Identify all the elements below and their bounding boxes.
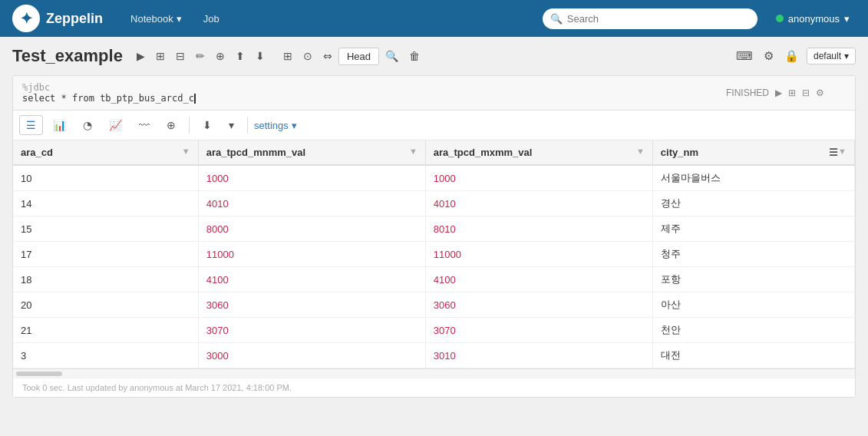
user-menu[interactable]: anonymous ▾ (770, 10, 856, 28)
table-cell-ara_cd: 14 (13, 191, 198, 216)
table-row: 330003010대전 (13, 343, 855, 368)
cell-run-icon[interactable]: ▶ (775, 88, 782, 98)
notebook-cell: %jdbc select * from tb_ptp_bus_arcd_c FI… (12, 75, 856, 398)
col-city_nm[interactable]: city_nm ▼ ☰ (652, 140, 854, 165)
sort-icon: ▼ (409, 147, 417, 156)
table-cell-city_nm: 포항 (652, 267, 854, 292)
table-cell-ara_cd: 17 (13, 242, 198, 267)
cell-gear-icon[interactable]: ⚙ (816, 88, 824, 98)
table-cell-ara_cd: 21 (13, 318, 198, 343)
table-cell-ara_tpcd_mxmm_val: 4010 (425, 191, 652, 216)
delete-button[interactable]: 🗑 (404, 47, 424, 65)
user-chevron-icon: ▾ (844, 13, 850, 25)
head-button[interactable]: Head (338, 48, 379, 65)
download-options-button[interactable]: ▾ (222, 115, 241, 135)
col-menu-icon[interactable]: ☰ (829, 147, 838, 158)
import-button[interactable]: ⬆ (231, 47, 249, 65)
link-button[interactable]: ⊙ (299, 47, 317, 65)
cell-cols-icon[interactable]: ⊟ (802, 88, 810, 98)
table-cell-ara_tpcd_mxmm_val: 3070 (425, 318, 652, 343)
badge-chevron-icon: ▾ (844, 51, 849, 61)
notebook-header: Test_example ▶ ⊞ ⊟ ✏ ⊕ ⬆ ⬇ ⊞ ⊙ ⇔ Head 🔍 … (12, 46, 856, 66)
horizontal-scrollbar[interactable] (13, 368, 855, 378)
areachart-vis-button[interactable]: 📈 (102, 115, 129, 135)
toolbar-divider (189, 117, 190, 134)
table-row: 1440104010경산 (13, 191, 855, 216)
note-info-button[interactable]: ⊞ (279, 47, 297, 65)
piechart-vis-button[interactable]: ◔ (76, 115, 99, 135)
page-content: Test_example ▶ ⊞ ⊟ ✏ ⊕ ⬆ ⬇ ⊞ ⊙ ⇔ Head 🔍 … (0, 37, 868, 407)
linechart-vis-button[interactable]: 〰 (132, 115, 157, 135)
search-input[interactable] (543, 8, 757, 29)
table-vis-button[interactable]: ☰ (19, 115, 43, 135)
keyboard-icon[interactable]: ⌨ (733, 46, 756, 66)
table-cell-ara_tpcd_mxmm_val: 11000 (425, 242, 652, 267)
run-all-button[interactable]: ⊞ (151, 47, 170, 65)
table-cell-ara_cd: 10 (13, 165, 198, 191)
table-cell-ara_tpcd_mxmm_val: 1000 (425, 165, 652, 191)
sort-icon: ▼ (636, 147, 645, 156)
settings-chevron-icon: ▾ (292, 120, 297, 131)
search-button[interactable]: 🔍 (381, 47, 403, 65)
cell-footer: Took 0 sec. Last updated by anonymous at… (13, 378, 855, 397)
cell-expand-icon[interactable]: ⊞ (788, 88, 796, 98)
table-cell-ara_cd: 15 (13, 216, 198, 242)
edit-button[interactable]: ✏ (191, 47, 210, 65)
table-cell-ara_tpcd_mnmm_val: 3070 (198, 318, 425, 343)
table-cell-ara_tpcd_mnmm_val: 4010 (198, 191, 425, 216)
table-cell-ara_tpcd_mnmm_val: 8000 (198, 216, 425, 242)
text-cursor (194, 94, 196, 104)
table-cell-city_nm: 서울마을버스 (652, 165, 854, 191)
nav-job[interactable]: Job (194, 8, 229, 29)
interpreter-badge[interactable]: default ▾ (807, 48, 856, 64)
result-toolbar: ☰ 📊 ◔ 📈 〰 ⊕ ⬇ ▾ settings ▾ (13, 111, 855, 140)
clone-button[interactable]: ⊕ (211, 47, 229, 65)
search-icon: 🔍 (550, 13, 563, 25)
table-row: 171100011000청주 (13, 242, 855, 267)
export-button[interactable]: ⬇ (251, 47, 269, 65)
table-row: 2030603060아산 (13, 292, 855, 318)
cell-code[interactable]: select * from tb_ptp_bus_arcd_c (22, 93, 846, 104)
run-button[interactable]: ▶ (132, 47, 150, 65)
table-row: 1841004100포항 (13, 267, 855, 292)
table-row: 1580008010제주 (13, 216, 855, 242)
col-ara_cd[interactable]: ara_cd ▼ (13, 140, 198, 165)
nav-notebook[interactable]: Notebook ▾ (121, 8, 191, 29)
cell-status: FINISHED ▶ ⊞ ⊟ ⚙ (726, 88, 824, 98)
table-cell-ara_tpcd_mxmm_val: 4100 (425, 267, 652, 292)
widen-button[interactable]: ⇔ (318, 47, 337, 65)
table-cell-ara_tpcd_mnmm_val: 4100 (198, 267, 425, 292)
sort-icon: ▼ (838, 147, 847, 156)
table-cell-city_nm: 경산 (652, 191, 854, 216)
username: anonymous (788, 13, 840, 25)
sort-icon: ▼ (182, 147, 190, 156)
table-row: 2130703070천안 (13, 318, 855, 343)
brand-name: Zeppelin (46, 11, 103, 27)
result-table-wrapper[interactable]: ara_cd ▼ ara_tpcd_mnmm_val ▼ ara_tpcd_mx… (13, 140, 855, 368)
table-cell-ara_cd: 20 (13, 292, 198, 318)
settings-icon[interactable]: ⚙ (761, 46, 777, 66)
table-cell-ara_tpcd_mxmm_val: 3010 (425, 343, 652, 368)
cell-magic: %jdbc (22, 82, 846, 93)
navbar: ✦ Zeppelin Notebook ▾ Job 🔍 anonymous ▾ (0, 0, 868, 37)
col-ara_tpcd_mxmm_val[interactable]: ara_tpcd_mxmm_val ▼ (425, 140, 652, 165)
table-cell-city_nm: 청주 (652, 242, 854, 267)
table-view-button[interactable]: ⊟ (171, 47, 190, 65)
scatter-vis-button[interactable]: ⊕ (160, 115, 183, 135)
brand-logo-link[interactable]: ✦ Zeppelin (12, 5, 103, 32)
lock-icon[interactable]: 🔒 (781, 46, 802, 66)
barchart-vis-button[interactable]: 📊 (46, 115, 73, 135)
table-cell-city_nm: 천안 (652, 318, 854, 343)
table-cell-ara_tpcd_mnmm_val: 11000 (198, 242, 425, 267)
table-cell-ara_tpcd_mnmm_val: 1000 (198, 165, 425, 191)
col-ara_tpcd_mnmm_val[interactable]: ara_tpcd_mnmm_val ▼ (198, 140, 425, 165)
settings-button[interactable]: settings ▾ (254, 120, 297, 131)
download-button[interactable]: ⬇ (196, 115, 219, 135)
brand-logo-icon: ✦ (12, 5, 40, 32)
toolbar-divider2 (247, 117, 248, 134)
result-table: ara_cd ▼ ara_tpcd_mnmm_val ▼ ara_tpcd_mx… (13, 140, 855, 368)
table-cell-city_nm: 대전 (652, 343, 854, 368)
table-cell-city_nm: 제주 (652, 216, 854, 242)
cell-code-area[interactable]: %jdbc select * from tb_ptp_bus_arcd_c FI… (13, 76, 855, 111)
nav-links: Notebook ▾ Job (121, 8, 229, 29)
